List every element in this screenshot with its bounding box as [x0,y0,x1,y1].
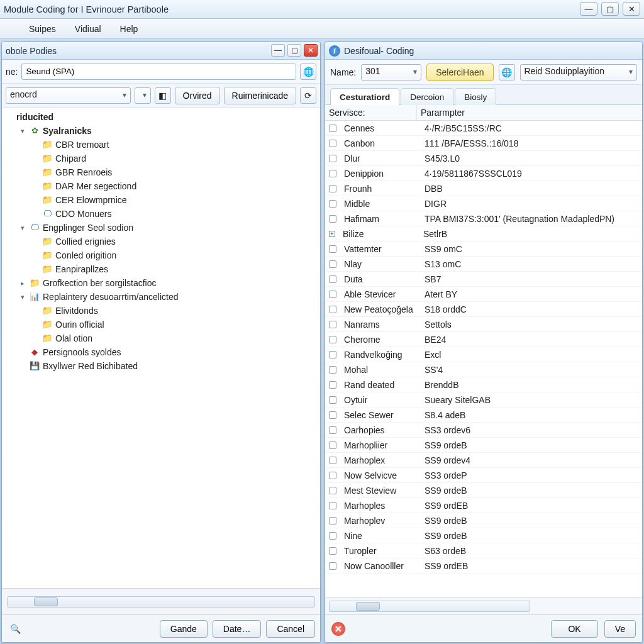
property-row[interactable]: NanramsSettols [325,317,642,332]
property-row[interactable]: Rand deatedBrenddB [325,377,642,392]
tree-node-grofkection[interactable]: ▸📁Grofkection ber sorgilstacfioc [18,276,319,290]
row-checkbox[interactable] [329,245,336,253]
tree-node-bxyllwer[interactable]: 💾Bxyllwer Red Bichibated [18,359,319,373]
tree-item[interactable]: 📁Conled origition [30,248,319,262]
row-checkbox[interactable] [329,396,336,404]
property-row[interactable]: Canbon111 /BFA/ESSS.:16/018 [325,136,642,151]
filter-small-combo[interactable] [135,87,151,104]
property-row[interactable]: NlayS13 omC [325,257,642,272]
row-checkbox[interactable] [329,457,336,464]
property-row[interactable]: MidbleDIGR [325,196,642,211]
refresh-icon[interactable]: ⟳ [300,87,316,104]
property-row[interactable]: MarhoplesSS9 ordEB [325,498,642,513]
property-row[interactable]: Selec SewerS8.4 adeB [325,408,642,423]
property-row[interactable]: FrounhDBB [325,181,642,196]
property-row[interactable]: HafimamTPA BMI37S:3:001' (Reutagnation M… [325,211,642,226]
property-row[interactable]: MarhopliierSS9 ordeB [325,438,642,453]
left-panel-close-button[interactable]: ✕ [304,44,318,57]
gande-button[interactable]: Gande [160,620,208,638]
left-panel-maximize-button[interactable]: ▢ [287,44,301,57]
row-checkbox[interactable] [329,411,336,419]
menu-item-suipes[interactable]: Suipes [20,21,65,37]
row-checkbox[interactable] [329,260,336,268]
row-checkbox[interactable] [329,517,336,525]
tree-item[interactable]: 📁CER Elowmprnice [30,193,319,207]
row-checkbox[interactable] [329,125,336,132]
tree-item[interactable]: 📁Olal otion [30,331,319,345]
orvired-button[interactable]: Orvired [175,87,220,104]
property-row[interactable]: Mest SteviewSS9 ordeB [325,483,642,498]
tree-item[interactable]: 📁CBR tremoart [30,138,319,152]
row-checkbox[interactable] [329,502,336,509]
tree-item[interactable]: 🖵CDO Monuers [30,207,319,221]
property-row[interactable]: MarhoplexSS9 ordev4 [325,453,642,468]
property-row[interactable]: CheromeBE24 [325,332,642,347]
row-checkbox[interactable] [329,381,336,389]
tree-node-persignools[interactable]: ◆Persignools syoldes [18,345,319,359]
tree-item[interactable]: 📁Eanpirapllzes [30,262,319,276]
property-row[interactable]: RandvelkoğingExcl [325,347,642,362]
filter-combo[interactable]: enocrd [6,87,131,104]
globe-icon[interactable]: 🌐 [499,64,515,80]
expander-icon[interactable]: ▾ [19,124,26,138]
tree-node-syalranicks[interactable]: ▾ ✿ Syalranicks [18,124,319,138]
rumerinicade-button[interactable]: Ruimerinicade [224,87,296,104]
row-checkbox[interactable] [329,472,336,479]
property-row[interactable]: Able StevicerAtert BY [325,287,642,302]
left-panel-minimize-button[interactable]: — [271,44,285,57]
property-row[interactable]: Now SelvicveSS3 ordeP [325,468,642,483]
date-button[interactable]: Date… [213,620,262,638]
row-checkbox[interactable] [329,306,336,313]
property-grid[interactable]: Servisce: Pararmpter Cennes4·/R:/B5C15SS… [325,105,642,597]
delete-icon[interactable]: ✕ [331,622,345,636]
row-checkbox[interactable] [329,336,336,343]
left-horizontal-scrollbar[interactable] [7,596,315,608]
row-checkbox[interactable] [329,366,336,374]
tree-item[interactable]: 📁Elivitdonds [30,304,319,318]
tab-biosly[interactable]: Biosly [455,88,496,105]
expander-icon[interactable]: ▾ [19,221,26,235]
tool-icon-1[interactable]: ◧ [155,87,171,104]
ok-button[interactable]: OK [551,620,597,638]
row-checkbox[interactable] [329,426,336,434]
property-row[interactable]: NineSS9 ordeB [325,528,642,543]
left-name-input[interactable] [21,64,296,80]
tree-node-replaintery[interactable]: ▾ 📊 Replaintery desuoarrtim/ancelicted [18,290,319,304]
property-row[interactable]: OarhopiesSS3 ordev6 [325,423,642,438]
row-checkbox[interactable] [329,562,336,570]
tree-item[interactable]: 📁Chipard [30,152,319,165]
property-row[interactable]: Cennes4·/R:/B5C15SS:/RC [325,121,642,136]
menu-item-help[interactable]: Help [111,21,147,37]
tree-item[interactable]: 📁Collied erignies [30,235,319,248]
expand-icon[interactable]: + [329,231,335,237]
row-checkbox[interactable] [329,487,336,494]
window-minimize-button[interactable]: — [580,2,597,16]
module-tree[interactable]: riducited ▾ ✿ Syalranicks 📁CBR tremoart [2,108,320,588]
selercihaen-button[interactable]: SelerciHaen [426,64,493,81]
row-checkbox[interactable] [329,351,336,358]
window-maximize-button[interactable]: ▢ [601,2,619,16]
tree-item[interactable]: 📁GBR Renroeis [30,165,319,179]
tab-cesturatiord[interactable]: Cesturatiord [330,88,399,105]
search-icon[interactable]: 🔍 [7,621,23,637]
row-checkbox[interactable] [329,215,336,223]
property-row[interactable]: TuroplerS63 ordeB [325,543,642,558]
name-combo[interactable]: 301 [361,64,421,80]
row-checkbox[interactable] [329,441,336,449]
row-checkbox[interactable] [329,200,336,208]
window-close-button[interactable]: ✕ [623,2,640,16]
property-row[interactable]: OytuirSueary SitelGAB [325,392,642,408]
row-checkbox[interactable] [329,321,336,328]
property-row[interactable]: +BilizeSetlrB [325,226,642,242]
row-checkbox[interactable] [329,532,336,540]
ve-button[interactable]: Ve [604,620,636,638]
menu-item-vidiual[interactable]: Vidiual [66,21,110,37]
row-checkbox[interactable] [329,170,336,177]
globe-icon[interactable]: 🌐 [300,64,316,80]
property-row[interactable]: Now CanoolllerSS9 ordEB [325,558,642,574]
property-row[interactable]: VattemterSS9 omC [325,242,642,257]
tree-root-node[interactable]: riducited [5,110,319,124]
property-row[interactable]: MohalSS'4 [325,362,642,377]
tree-node-engplinger[interactable]: ▾ 🖵 Engplinger Seol sodion [18,221,319,235]
row-checkbox[interactable] [329,291,336,298]
